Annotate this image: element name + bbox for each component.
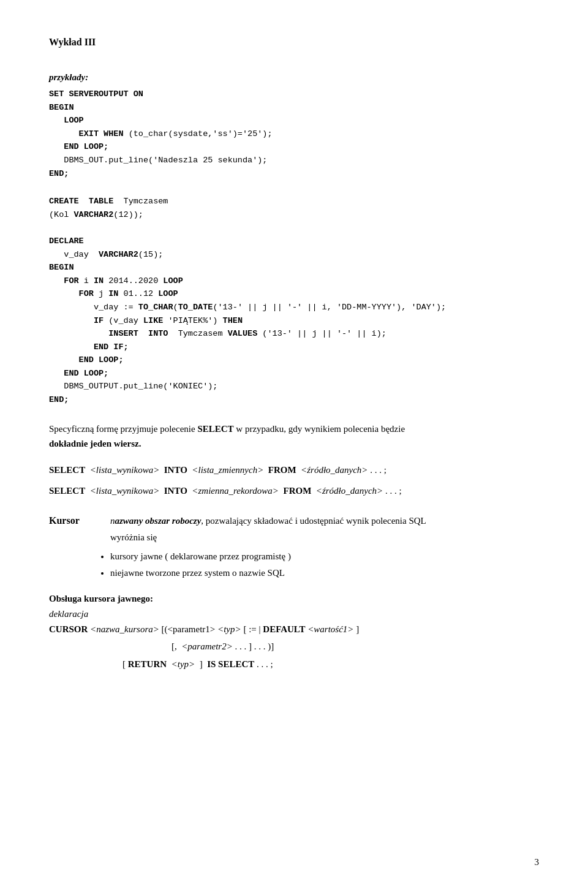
prose-select: Specyficzną formę przyjmuje polecenie SE… [49, 421, 539, 451]
prose-text1: Specyficzną formę przyjmuje polecenie [49, 424, 197, 434]
cursor-param2: <parametr2> [179, 641, 233, 651]
dekl-label: deklaracja [49, 609, 123, 619]
cursor-dots: . . . ] . . . )] [235, 641, 274, 651]
page-title: Wykład III [49, 37, 539, 48]
from-kw-2: FROM [281, 486, 312, 496]
cursor-bracket2: [ := [241, 621, 259, 638]
cursor-syntax: CURSOR <nazwa_kursora> [(<parametr1> <ty… [49, 621, 539, 673]
select-part3-2: <źródło_danych> [314, 486, 383, 496]
cursor-line-2: [, <parametr2> . . . ] . . . )] [49, 638, 539, 656]
cursor-end-dots: . . . ; [257, 659, 273, 669]
prose-text2: w przypadku, gdy wynikiem polecenia będz… [234, 424, 405, 434]
select-kw-2: SELECT [49, 486, 85, 496]
cursor-return-bracket: [ [123, 659, 126, 669]
select-end-2: . . . ; [383, 486, 401, 496]
select-part1-1: <lista_wynikowa> [88, 465, 159, 475]
obs-title: Obsługa kursora jawnego: [49, 594, 539, 604]
code-block-1: SET SERVEROUTPUT ON BEGIN LOOP EXIT WHEN… [49, 88, 539, 180]
cursor-bracket1: [(<parametr1> [159, 621, 215, 638]
select-kw-1: SELECT [49, 465, 85, 475]
cursor-typ2: <typ> [169, 659, 195, 669]
kursor-line2: wyróżnia się [49, 530, 539, 546]
kursor-title: Kursor [49, 512, 98, 529]
cursor-line-3: [ RETURN <typ> ] IS SELECT . . . ; [49, 656, 539, 673]
prose-bold1: SELECT [197, 424, 233, 434]
cursor-is-select-kw: IS SELECT [207, 659, 254, 669]
examples-label: przykłady: [49, 72, 539, 83]
code-block-2: CREATE TABLE Tymczasem (Kol VARCHAR2(12)… [49, 195, 539, 407]
select-part3-1: <źródło_danych> [298, 465, 368, 475]
kursor-bullet-2: niejawne tworzone przez system o nazwie … [110, 565, 539, 581]
kursor-bullet-1: kursory jawne ( deklarowane przez progra… [110, 548, 539, 565]
cursor-default-kw: DEFAULT [261, 621, 306, 638]
into-kw-2: INTO [162, 486, 187, 496]
page-number: 3 [535, 857, 540, 867]
cursor-kw: CURSOR [49, 621, 88, 638]
cursor-return-kw: RETURN [128, 659, 167, 669]
from-kw-1: FROM [266, 465, 296, 475]
cursor-line-1: CURSOR <nazwa_kursora> [(<parametr1> <ty… [49, 621, 539, 638]
cursor-return-bracket2: ] [197, 659, 205, 669]
prose-bold2: dokładnie jeden wiersz. [49, 439, 141, 448]
kursor-desc-text: nazwany obszar roboczy, pozwalający skła… [98, 513, 426, 529]
into-kw-1: INTO [162, 465, 187, 475]
select-end-1: . . . ; [368, 465, 386, 475]
cursor-wartosc1: <wartość1> [305, 621, 353, 638]
kursor-header: Kursor nazwany obszar roboczy, pozwalają… [49, 512, 539, 529]
cursor-bracket3: ] [353, 621, 359, 638]
cursor-rest1: <nazwa_kursora> [88, 621, 159, 638]
kursor-bullet-list: kursory jawne ( deklarowane przez progra… [49, 548, 539, 581]
select-part2-1: <lista_zmiennych> [190, 465, 264, 475]
cursor-typ1: <typ> [215, 621, 241, 638]
dekl-row: deklaracja [49, 609, 539, 619]
select-part1-2: <lista_wynikowa> [88, 486, 159, 496]
select-part2-2: <zmienna_rekordowa> [190, 486, 279, 496]
cursor-line2-text: [, [172, 641, 177, 651]
select-syntax-2: SELECT <lista_wynikowa> INTO <zmienna_re… [49, 482, 539, 500]
kursor-section: Kursor nazwany obszar roboczy, pozwalają… [49, 512, 539, 581]
obs-section: Obsługa kursora jawnego: deklaracja CURS… [49, 594, 539, 673]
select-syntax-1: SELECT <lista_wynikowa> INTO <lista_zmie… [49, 461, 539, 479]
